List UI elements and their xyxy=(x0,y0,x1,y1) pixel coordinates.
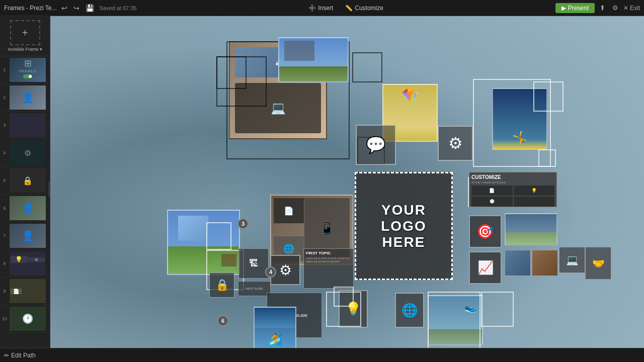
add-frame-button[interactable]: + xyxy=(10,20,40,45)
next-slide-label: NEXT SLIDE xyxy=(246,287,263,290)
slide-thumbnail: ⚙ xyxy=(10,141,46,165)
pencil-icon: ✏️ xyxy=(345,5,353,12)
sidebar-toggle[interactable]: ‹ xyxy=(49,182,50,197)
chart-icon-box: 📈 xyxy=(469,251,502,284)
gear-icon-box: ⚙ xyxy=(438,126,473,161)
slide-item[interactable]: 8 💡 ⊞ xyxy=(0,250,50,278)
frame-number-6: 6 xyxy=(217,315,228,326)
slide-thumbnail xyxy=(10,113,46,137)
slide-number: 6 xyxy=(1,206,8,211)
slide-thumbnail: 🔒 xyxy=(10,168,46,193)
settings-button[interactable]: ⚙ xyxy=(610,3,620,13)
slide-item[interactable]: 5 🔒 xyxy=(0,167,50,195)
slide-number: 10 xyxy=(1,316,8,321)
laptop-icon-box: 💻 xyxy=(559,247,585,273)
pencil-icon: ✏ xyxy=(4,352,9,359)
frame-outline-tr3 xyxy=(538,149,556,167)
slide-item[interactable]: 7 👤 xyxy=(0,222,50,250)
logo-line-1: YOUR xyxy=(381,202,426,218)
slide-number: 2 xyxy=(1,95,8,100)
insert-button[interactable]: ➕ Insert xyxy=(304,3,337,14)
dropdown-icon: ▾ xyxy=(40,47,42,52)
app-title: Frames - Prezi Te... xyxy=(4,5,56,12)
small-photo-tile-2 xyxy=(532,250,558,276)
frame-outline-tr2 xyxy=(533,81,564,112)
slide-number: 8 xyxy=(1,261,8,266)
play-icon: ▶ xyxy=(561,5,566,12)
edit-path-button[interactable]: ✏ Edit Path xyxy=(4,352,36,359)
photo-mountain-right xyxy=(505,213,557,246)
slide-number: 4 xyxy=(1,150,8,155)
logo-box: YOUR LOGO HERE xyxy=(355,172,453,280)
insert-icon: ➕ xyxy=(308,5,316,12)
redo-button[interactable]: ↪ xyxy=(71,3,82,13)
bottom-bar: ✏ Edit Path xyxy=(0,348,644,362)
main-canvas[interactable]: 💻 ☕ 🪁 🤸 💬 ⚙ YOUR LOGO HE xyxy=(50,16,644,348)
slide-thumbnail: 👤 xyxy=(10,224,46,248)
save-button[interactable]: 💾 xyxy=(84,3,96,13)
customize-button[interactable]: ✏️ Customize xyxy=(341,3,387,14)
customize-title: CUSTOMIZE xyxy=(471,174,554,180)
add-frame-area: + Invisible Frame ▾ xyxy=(0,16,50,56)
sidebar: + Invisible Frame ▾ 1 ⊞ FRAMES 2 xyxy=(0,16,50,362)
frame-outline-br2 xyxy=(481,292,514,327)
slide-thumbnail: 👤 xyxy=(10,196,46,220)
share-button[interactable]: ⬆ xyxy=(598,3,607,13)
customize-panel: CUSTOMIZE AT THE IT MADE WITH EACH 📄 💡 🕐 xyxy=(469,172,557,207)
next-slide-box: NEXT SLIDE xyxy=(238,281,271,296)
slide-item[interactable]: 1 ⊞ FRAMES xyxy=(0,56,50,84)
slide-item[interactable]: 6 👤 xyxy=(0,195,50,222)
first-topic-slide: FIRST TOPIC Lorem ipsum dolor sit amet c… xyxy=(303,248,354,289)
frame-outline-bc2 xyxy=(334,287,354,307)
frame-outline-br1 xyxy=(428,292,480,348)
slide-item[interactable]: 10 🕐 xyxy=(0,305,50,333)
photo-sky-top xyxy=(278,37,349,82)
slide-thumbnail: ⊞ FRAMES xyxy=(10,58,46,82)
slide-thumbnail: 👤 xyxy=(10,85,46,110)
first-topic-label: FIRST TOPIC xyxy=(306,251,351,255)
exit-button[interactable]: ✕ Exit xyxy=(623,5,640,12)
frame-number-3: 3 xyxy=(237,218,249,229)
small-photo-tile-1 xyxy=(505,250,531,276)
slide-item[interactable]: 3 xyxy=(0,112,50,139)
handshake-icon-box: 🤝 xyxy=(585,247,611,280)
globe-icon-box: 🌐 xyxy=(395,293,424,328)
frame-outline-lm1 xyxy=(206,222,231,250)
slide-item[interactable]: 2 👤 xyxy=(0,84,50,112)
slide-number: 5 xyxy=(1,178,8,183)
slide-number: 1 xyxy=(1,67,8,72)
slide-list: 1 ⊞ FRAMES 2 👤 3 xyxy=(0,56,50,357)
slide-thumbnail: 🕐 xyxy=(10,307,46,331)
chat-icon-box: 💬 xyxy=(356,125,396,165)
slide-thumbnail: 💡 ⊞ xyxy=(10,251,46,276)
target-icon-box: 🎯 xyxy=(469,215,502,248)
slide-item[interactable]: 9 📄 xyxy=(0,278,50,305)
saved-status: Saved at 07:35 xyxy=(99,5,136,11)
slide-number: 7 xyxy=(1,233,8,238)
undo-button[interactable]: ↩ xyxy=(59,3,69,13)
close-icon: ✕ xyxy=(623,5,628,12)
slide-number: 3 xyxy=(1,123,8,128)
slide-item[interactable]: 4 ⚙ xyxy=(0,139,50,167)
slide-thumbnail: 📄 xyxy=(10,279,46,303)
frame-outline-4 xyxy=(352,52,382,82)
steps-box: 🏗 xyxy=(238,248,269,279)
slide-number: 9 xyxy=(1,289,8,294)
present-button[interactable]: ▶ Present xyxy=(555,3,595,13)
invisible-frame-label: Invisible Frame ▾ xyxy=(8,47,42,52)
lock-icon-box: 🔒 xyxy=(209,273,234,298)
logo-line-3: HERE xyxy=(382,234,426,250)
frame-number-4: 4 xyxy=(265,266,276,278)
top-bar: Frames - Prezi Te... ↩ ↪ 💾 Saved at 07:3… xyxy=(0,0,644,16)
logo-line-2: LOGO xyxy=(381,218,426,234)
photo-surf: 🏄 xyxy=(254,307,296,348)
